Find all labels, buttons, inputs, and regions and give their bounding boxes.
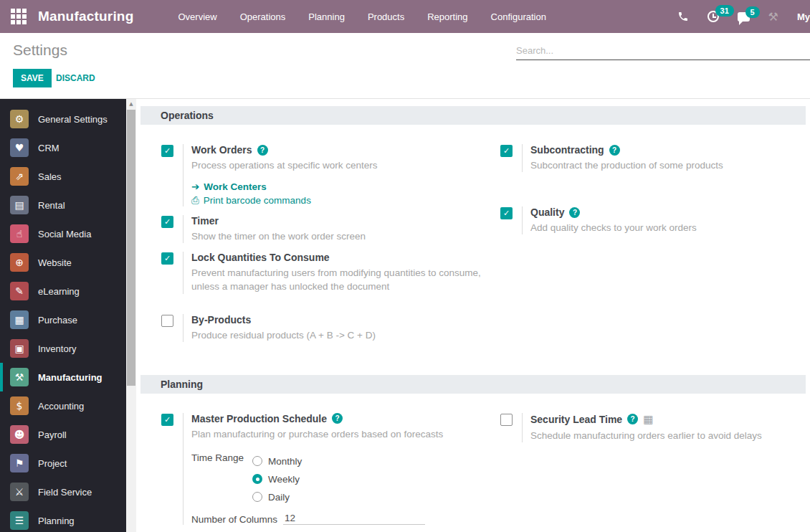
menu-planning[interactable]: Planning <box>308 11 345 22</box>
phone-icon[interactable] <box>677 11 689 22</box>
payroll-icon: ☻ <box>10 425 29 444</box>
accounting-icon: $ <box>10 396 29 415</box>
sales-icon: ⇗ <box>10 167 29 186</box>
help-icon[interactable]: ? <box>332 413 343 424</box>
vertical-scrollbar[interactable]: ▲ <box>126 99 136 532</box>
sidebar-item-crm[interactable]: ♥ CRM <box>0 133 126 162</box>
sidebar-item-rental[interactable]: ▤ Rental <box>0 191 126 219</box>
apps-menu-icon[interactable] <box>11 9 27 24</box>
radio-icon[interactable] <box>252 456 262 466</box>
rental-icon: ▤ <box>10 196 29 214</box>
sidebar-item-planning[interactable]: ☰ Planning <box>0 506 126 532</box>
section-header-planning: Planning <box>140 375 806 394</box>
sidebar-item-manufacturing[interactable]: ⚒ Manufacturing <box>0 363 126 391</box>
subcontracting-checkbox[interactable] <box>500 145 513 157</box>
save-button[interactable]: SAVE <box>13 69 52 87</box>
app-menu: Overview Operations Planning Products Re… <box>178 11 546 22</box>
menu-reporting[interactable]: Reporting <box>427 11 467 22</box>
link-label: Work Centers <box>204 181 267 192</box>
radio-weekly[interactable]: Weekly <box>252 470 302 488</box>
arrow-right-icon: ➔ <box>191 181 199 192</box>
sidebar-item-label: Inventory <box>38 343 76 354</box>
sidebar-item-website[interactable]: ⊕ Website <box>0 248 126 277</box>
activities-clock-icon[interactable]: 31 <box>707 11 719 22</box>
sidebar-item-label: Website <box>38 257 72 268</box>
top-navbar: Manufacturing Overview Operations Planni… <box>0 0 810 33</box>
help-icon[interactable]: ? <box>609 145 620 156</box>
radio-label: Daily <box>268 492 290 503</box>
timer-label: Timer <box>191 215 219 227</box>
section-header-operations: Operations <box>140 106 806 125</box>
sidebar-item-label: Payroll <box>38 429 67 440</box>
help-icon[interactable]: ? <box>569 207 580 218</box>
columns-input[interactable]: 12 <box>283 513 425 525</box>
planning-grid: Master Production Schedule ? Plan manufa… <box>136 394 810 532</box>
sidebar-item-inventory[interactable]: ▣ Inventory <box>0 334 126 363</box>
mps-checkbox[interactable] <box>161 414 173 426</box>
help-icon[interactable]: ? <box>627 414 638 424</box>
setting-security-lead-time: Security Lead Time ? ▦ Schedule manufact… <box>500 413 810 442</box>
security-lead-time-label: Security Lead Time <box>530 414 622 425</box>
sidebar-item-sales[interactable]: ⇗ Sales <box>0 162 126 191</box>
radio-icon[interactable] <box>252 492 262 502</box>
menu-overview[interactable]: Overview <box>178 11 217 22</box>
page-title: Settings <box>13 42 67 59</box>
sidebar-item-social-media[interactable]: ☝ Social Media <box>0 219 126 248</box>
setting-quality: Quality ? Add quality checks to your wor… <box>500 206 810 234</box>
work-orders-label: Work Orders <box>191 144 252 156</box>
page-header: Settings SAVE DISCARD <box>0 33 810 99</box>
radio-label: Monthly <box>268 456 302 467</box>
scrollbar-thumb[interactable] <box>127 110 135 386</box>
sidebar-item-label: Manufacturing <box>38 372 103 383</box>
setting-master-production-schedule: Master Production Schedule ? Plan manufa… <box>161 413 500 525</box>
quality-checkbox[interactable] <box>500 207 513 219</box>
menu-operations[interactable]: Operations <box>240 11 286 22</box>
menu-configuration[interactable]: Configuration <box>491 11 546 22</box>
sidebar-item-purchase[interactable]: ▦ Purchase <box>0 305 126 334</box>
sidebar-item-accounting[interactable]: $ Accounting <box>0 391 126 420</box>
sidebar-item-label: Project <box>38 458 67 469</box>
quality-label: Quality <box>530 206 564 218</box>
radio-daily[interactable]: Daily <box>252 488 302 506</box>
sidebar-item-field-service[interactable]: ⚔ Field Service <box>0 478 126 506</box>
setting-description: Plan manufacturing or purchase orders ba… <box>191 427 443 441</box>
radio-selected-icon[interactable] <box>252 474 262 484</box>
menu-products[interactable]: Products <box>368 11 404 22</box>
sidebar-item-elearning[interactable]: ✎ eLearning <box>0 277 126 305</box>
planning-icon: ☰ <box>10 511 29 530</box>
sidebar-item-label: Planning <box>38 516 75 526</box>
search-input[interactable] <box>516 42 810 60</box>
setting-description: Produce residual products (A + B -> C + … <box>191 328 376 342</box>
scroll-up-arrow-icon[interactable]: ▲ <box>126 99 136 109</box>
sidebar-item-project[interactable]: ⚑ Project <box>0 449 126 478</box>
security-lead-time-checkbox[interactable] <box>500 414 513 426</box>
app-brand-title[interactable]: Manufacturing <box>38 9 134 24</box>
by-products-checkbox[interactable] <box>161 315 173 327</box>
messages-chat-icon[interactable]: 5 <box>738 12 750 22</box>
user-menu[interactable]: My <box>797 11 810 22</box>
radio-label: Weekly <box>268 474 300 485</box>
discard-button[interactable]: DISCARD <box>56 73 95 83</box>
general-settings-icon: ⚙ <box>10 110 29 128</box>
work-centers-link[interactable]: ➔ Work Centers <box>191 181 378 192</box>
sidebar-item-label: CRM <box>38 143 59 153</box>
lock-quantities-checkbox[interactable] <box>161 252 173 265</box>
messages-badge: 5 <box>745 6 760 18</box>
field-service-icon: ⚔ <box>10 483 29 501</box>
crm-icon: ♥ <box>10 138 29 157</box>
sidebar-item-general-settings[interactable]: ⚙ General Settings <box>0 105 126 133</box>
setting-description: Schedule manufacturing orders earlier to… <box>530 429 762 442</box>
setting-label: Work Orders ? <box>191 144 378 156</box>
radio-monthly[interactable]: Monthly <box>252 452 302 470</box>
debug-tools-icon[interactable]: ⚒ <box>768 10 778 24</box>
timer-checkbox[interactable] <box>161 216 173 228</box>
setting-subcontracting: Subcontracting ? Subcontract the product… <box>500 144 810 172</box>
sidebar-item-payroll[interactable]: ☻ Payroll <box>0 420 126 449</box>
time-range-control: Time Range Monthly Weekly <box>191 452 443 506</box>
setting-description: Add quality checks to your work orders <box>530 221 697 234</box>
print-barcode-link[interactable]: ⎙ Print barcode commands <box>191 194 378 206</box>
columns-label: Number of Columns <box>191 514 277 525</box>
help-icon[interactable]: ? <box>257 145 268 156</box>
work-orders-checkbox[interactable] <box>161 145 173 157</box>
sidebar-item-label: Social Media <box>38 229 91 239</box>
